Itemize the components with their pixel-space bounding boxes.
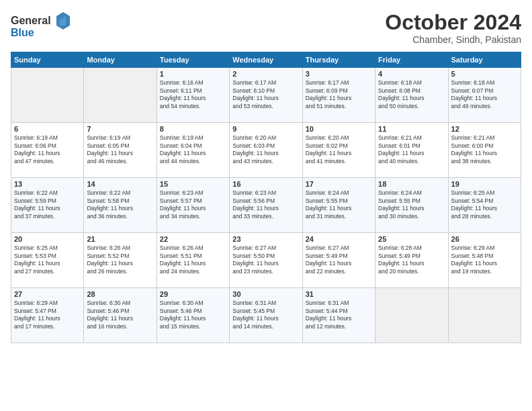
header-row: Sunday Monday Tuesday Wednesday Thursday… xyxy=(11,52,521,68)
day-number: 25 xyxy=(378,235,445,243)
logo: General Blue xyxy=(11,11,71,44)
day-info: Sunrise: 6:30 AM Sunset: 5:46 PM Dayligh… xyxy=(87,300,153,330)
calendar-week-4: 20Sunrise: 6:25 AM Sunset: 5:53 PM Dayli… xyxy=(11,233,521,288)
calendar-cell: 19Sunrise: 6:25 AM Sunset: 5:54 PM Dayli… xyxy=(448,178,521,233)
calendar-cell: 26Sunrise: 6:29 AM Sunset: 5:48 PM Dayli… xyxy=(448,233,521,288)
header: General Blue October 2024 Chamber, Sindh… xyxy=(11,11,521,45)
day-info: Sunrise: 6:18 AM Sunset: 6:08 PM Dayligh… xyxy=(378,79,445,110)
day-number: 11 xyxy=(378,125,445,133)
day-number: 1 xyxy=(160,70,226,78)
calendar-cell: 21Sunrise: 6:26 AM Sunset: 5:52 PM Dayli… xyxy=(84,233,157,288)
day-info: Sunrise: 6:20 AM Sunset: 6:02 PM Dayligh… xyxy=(306,134,372,165)
col-tuesday: Tuesday xyxy=(157,52,229,68)
day-number: 29 xyxy=(160,290,226,298)
day-info: Sunrise: 6:17 AM Sunset: 6:10 PM Dayligh… xyxy=(232,79,299,110)
day-number: 26 xyxy=(451,235,518,243)
day-info: Sunrise: 6:26 AM Sunset: 5:52 PM Dayligh… xyxy=(87,244,153,275)
calendar-cell: 8Sunrise: 6:19 AM Sunset: 6:04 PM Daylig… xyxy=(157,123,229,178)
calendar-cell: 16Sunrise: 6:23 AM Sunset: 5:56 PM Dayli… xyxy=(230,178,302,233)
calendar-cell xyxy=(11,68,84,123)
day-number: 6 xyxy=(14,125,81,133)
day-info: Sunrise: 6:19 AM Sunset: 6:06 PM Dayligh… xyxy=(14,134,81,165)
day-info: Sunrise: 6:16 AM Sunset: 6:11 PM Dayligh… xyxy=(160,79,226,110)
day-info: Sunrise: 6:29 AM Sunset: 5:48 PM Dayligh… xyxy=(451,244,518,275)
day-info: Sunrise: 6:22 AM Sunset: 5:58 PM Dayligh… xyxy=(87,189,153,220)
day-number: 8 xyxy=(160,125,226,133)
calendar-table: Sunday Monday Tuesday Wednesday Thursday… xyxy=(11,52,521,343)
calendar-cell: 6Sunrise: 6:19 AM Sunset: 6:06 PM Daylig… xyxy=(11,123,84,178)
col-sunday: Sunday xyxy=(11,52,84,68)
day-info: Sunrise: 6:19 AM Sunset: 6:04 PM Dayligh… xyxy=(160,134,226,165)
calendar-cell: 7Sunrise: 6:19 AM Sunset: 6:05 PM Daylig… xyxy=(84,123,157,178)
day-info: Sunrise: 6:21 AM Sunset: 6:01 PM Dayligh… xyxy=(378,134,445,165)
day-number: 9 xyxy=(232,125,299,133)
calendar-cell: 9Sunrise: 6:20 AM Sunset: 6:03 PM Daylig… xyxy=(230,123,302,178)
day-info: Sunrise: 6:29 AM Sunset: 5:47 PM Dayligh… xyxy=(14,300,81,330)
day-number: 22 xyxy=(160,235,226,243)
col-wednesday: Wednesday xyxy=(230,52,302,68)
day-number: 20 xyxy=(14,235,81,243)
day-number: 23 xyxy=(232,235,299,243)
day-info: Sunrise: 6:31 AM Sunset: 5:45 PM Dayligh… xyxy=(232,300,299,330)
day-info: Sunrise: 6:25 AM Sunset: 5:54 PM Dayligh… xyxy=(451,189,518,220)
day-info: Sunrise: 6:22 AM Sunset: 5:59 PM Dayligh… xyxy=(14,189,81,220)
calendar-cell xyxy=(448,288,521,343)
day-info: Sunrise: 6:20 AM Sunset: 6:03 PM Dayligh… xyxy=(232,134,299,165)
calendar-cell: 17Sunrise: 6:24 AM Sunset: 5:55 PM Dayli… xyxy=(302,178,375,233)
day-info: Sunrise: 6:24 AM Sunset: 5:55 PM Dayligh… xyxy=(306,189,372,220)
col-monday: Monday xyxy=(84,52,157,68)
day-info: Sunrise: 6:27 AM Sunset: 5:49 PM Dayligh… xyxy=(306,244,372,275)
day-info: Sunrise: 6:24 AM Sunset: 5:55 PM Dayligh… xyxy=(378,189,445,220)
calendar-cell: 11Sunrise: 6:21 AM Sunset: 6:01 PM Dayli… xyxy=(375,123,448,178)
calendar-week-2: 6Sunrise: 6:19 AM Sunset: 6:06 PM Daylig… xyxy=(11,123,521,178)
day-number: 28 xyxy=(87,290,153,298)
day-number: 31 xyxy=(306,290,372,298)
calendar-cell: 25Sunrise: 6:28 AM Sunset: 5:49 PM Dayli… xyxy=(375,233,448,288)
day-number: 18 xyxy=(378,180,445,188)
main-container: General Blue October 2024 Chamber, Sindh… xyxy=(0,0,532,349)
calendar-cell: 15Sunrise: 6:23 AM Sunset: 5:57 PM Dayli… xyxy=(157,178,229,233)
calendar-cell: 10Sunrise: 6:20 AM Sunset: 6:02 PM Dayli… xyxy=(302,123,375,178)
day-number: 10 xyxy=(306,125,372,133)
calendar-week-1: 1Sunrise: 6:16 AM Sunset: 6:11 PM Daylig… xyxy=(11,68,521,123)
calendar-cell xyxy=(375,288,448,343)
calendar-cell: 22Sunrise: 6:26 AM Sunset: 5:51 PM Dayli… xyxy=(157,233,229,288)
calendar-cell: 4Sunrise: 6:18 AM Sunset: 6:08 PM Daylig… xyxy=(375,68,448,123)
col-friday: Friday xyxy=(375,52,448,68)
calendar-cell: 31Sunrise: 6:31 AM Sunset: 5:44 PM Dayli… xyxy=(302,288,375,343)
col-saturday: Saturday xyxy=(448,52,521,68)
location-subtitle: Chamber, Sindh, Pakistan xyxy=(385,34,521,45)
logo-text: General Blue xyxy=(11,11,71,44)
day-number: 5 xyxy=(451,70,518,78)
day-number: 27 xyxy=(14,290,81,298)
calendar-cell: 12Sunrise: 6:21 AM Sunset: 6:00 PM Dayli… xyxy=(448,123,521,178)
calendar-cell xyxy=(84,68,157,123)
calendar-cell: 14Sunrise: 6:22 AM Sunset: 5:58 PM Dayli… xyxy=(84,178,157,233)
day-number: 21 xyxy=(87,235,153,243)
day-number: 2 xyxy=(232,70,299,78)
svg-text:General: General xyxy=(11,15,51,26)
day-info: Sunrise: 6:19 AM Sunset: 6:05 PM Dayligh… xyxy=(87,134,153,165)
day-number: 14 xyxy=(87,180,153,188)
calendar-cell: 30Sunrise: 6:31 AM Sunset: 5:45 PM Dayli… xyxy=(230,288,302,343)
calendar-cell: 29Sunrise: 6:30 AM Sunset: 5:46 PM Dayli… xyxy=(157,288,229,343)
calendar-cell: 2Sunrise: 6:17 AM Sunset: 6:10 PM Daylig… xyxy=(230,68,302,123)
day-number: 15 xyxy=(160,180,226,188)
calendar-cell: 20Sunrise: 6:25 AM Sunset: 5:53 PM Dayli… xyxy=(11,233,84,288)
day-number: 16 xyxy=(232,180,299,188)
day-info: Sunrise: 6:21 AM Sunset: 6:00 PM Dayligh… xyxy=(451,134,518,165)
day-info: Sunrise: 6:27 AM Sunset: 5:50 PM Dayligh… xyxy=(232,244,299,275)
day-info: Sunrise: 6:28 AM Sunset: 5:49 PM Dayligh… xyxy=(378,244,445,275)
day-number: 3 xyxy=(306,70,372,78)
calendar-cell: 28Sunrise: 6:30 AM Sunset: 5:46 PM Dayli… xyxy=(84,288,157,343)
day-info: Sunrise: 6:17 AM Sunset: 6:09 PM Dayligh… xyxy=(306,79,372,110)
day-number: 30 xyxy=(232,290,299,298)
day-info: Sunrise: 6:25 AM Sunset: 5:53 PM Dayligh… xyxy=(14,244,81,275)
day-number: 24 xyxy=(306,235,372,243)
calendar-week-5: 27Sunrise: 6:29 AM Sunset: 5:47 PM Dayli… xyxy=(11,288,521,343)
day-info: Sunrise: 6:23 AM Sunset: 5:56 PM Dayligh… xyxy=(232,189,299,220)
svg-text:Blue: Blue xyxy=(11,27,34,38)
day-info: Sunrise: 6:31 AM Sunset: 5:44 PM Dayligh… xyxy=(306,300,372,330)
day-number: 19 xyxy=(451,180,518,188)
day-info: Sunrise: 6:26 AM Sunset: 5:51 PM Dayligh… xyxy=(160,244,226,275)
